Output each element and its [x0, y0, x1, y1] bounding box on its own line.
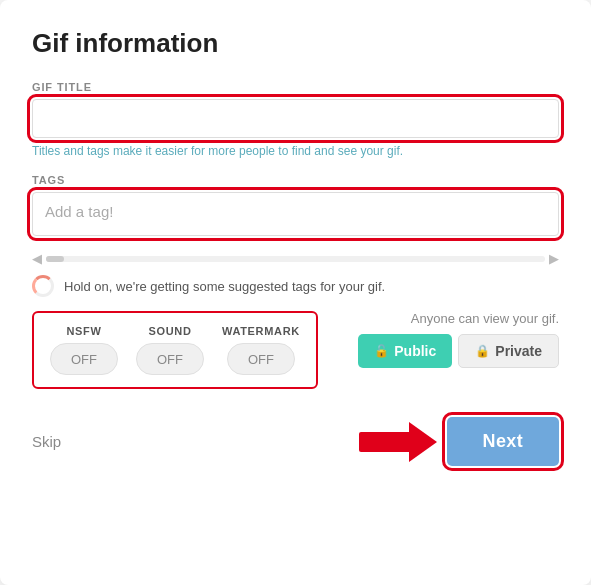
loading-spinner [32, 275, 54, 297]
watermark-pill[interactable]: OFF [227, 343, 295, 375]
bottom-row: Skip Next [32, 417, 559, 466]
red-arrow-indicator [359, 422, 437, 462]
gif-title-section: GIF TITLE Titles and tags make it easier… [32, 81, 559, 158]
loading-row: Hold on, we're getting some suggested ta… [32, 275, 559, 297]
visibility-hint: Anyone can view your gif. [411, 311, 559, 326]
toggles-row: NSFW OFF SOUND OFF WATERMARK OFF [50, 325, 300, 375]
watermark-toggle: WATERMARK OFF [222, 325, 300, 375]
arrow-next-row: Next [359, 417, 559, 466]
gif-title-input[interactable] [32, 99, 559, 138]
gif-title-label: GIF TITLE [32, 81, 559, 93]
gif-info-card: Gif information GIF TITLE Titles and tag… [0, 0, 591, 585]
tags-section: TAGS Add a tag! [32, 174, 559, 236]
gif-title-hint: Titles and tags make it easier for more … [32, 144, 559, 158]
private-button[interactable]: 🔒 Private [458, 334, 559, 368]
page-title: Gif information [32, 28, 559, 59]
sound-pill[interactable]: OFF [136, 343, 204, 375]
tags-input[interactable]: Add a tag! [32, 192, 559, 236]
lock-closed-icon: 🔒 [475, 344, 490, 358]
skip-link[interactable]: Skip [32, 433, 61, 450]
visibility-buttons: 🔓 Public 🔒 Private [358, 334, 559, 368]
next-button[interactable]: Next [447, 417, 559, 466]
sound-label: SOUND [148, 325, 191, 337]
sound-toggle: SOUND OFF [136, 325, 204, 375]
public-label: Public [394, 343, 436, 359]
public-button[interactable]: 🔓 Public [358, 334, 452, 368]
toggles-visibility-section: NSFW OFF SOUND OFF WATERMARK OFF Anyone … [32, 311, 559, 389]
arrow-head [409, 422, 437, 462]
scrollbar-track [46, 256, 545, 262]
scrollbar: ◀ ▶ [32, 252, 559, 265]
scrollbar-thumb [46, 256, 64, 262]
lock-open-icon: 🔓 [374, 344, 389, 358]
nsfw-pill[interactable]: OFF [50, 343, 118, 375]
scroll-left-icon[interactable]: ◀ [32, 252, 42, 265]
nsfw-label: NSFW [66, 325, 101, 337]
visibility-section: Anyone can view your gif. 🔓 Public 🔒 Pri… [358, 311, 559, 368]
tags-label: TAGS [32, 174, 559, 186]
toggles-group: NSFW OFF SOUND OFF WATERMARK OFF [32, 311, 318, 389]
scroll-right-icon[interactable]: ▶ [549, 252, 559, 265]
watermark-label: WATERMARK [222, 325, 300, 337]
loading-text: Hold on, we're getting some suggested ta… [64, 279, 385, 294]
tags-placeholder: Add a tag! [45, 203, 113, 220]
private-label: Private [495, 343, 542, 359]
arrow-body [359, 432, 409, 452]
nsfw-toggle: NSFW OFF [50, 325, 118, 375]
